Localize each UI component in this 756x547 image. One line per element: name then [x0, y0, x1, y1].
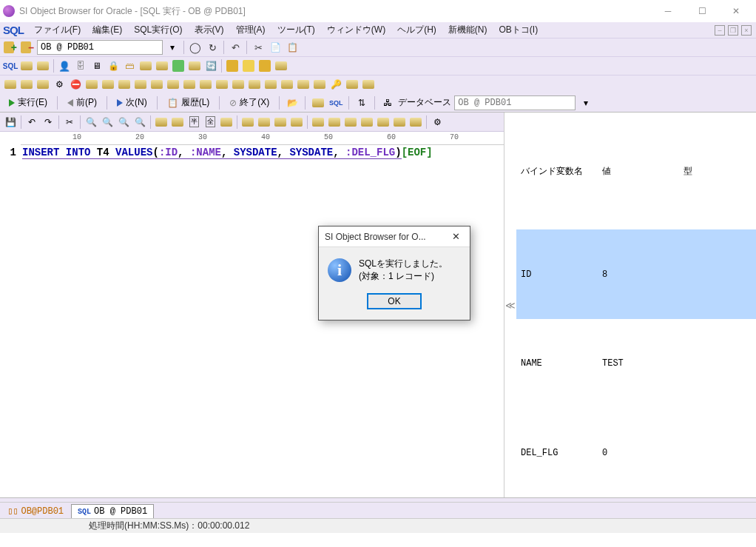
disconnect-db-button[interactable]: – — [20, 40, 35, 55]
minimize-button[interactable]: ─ — [651, 0, 685, 22]
tb3-20[interactable] — [312, 77, 327, 92]
tb3-3[interactable] — [36, 77, 50, 92]
tb3-10[interactable] — [149, 77, 164, 92]
ed-3[interactable]: 半 — [186, 115, 201, 130]
ed-9[interactable] — [289, 115, 304, 130]
ed-15[interactable] — [392, 115, 407, 130]
tb3-6[interactable] — [84, 77, 99, 92]
tb-btn-1[interactable] — [19, 58, 34, 73]
ed-14[interactable] — [376, 115, 391, 130]
user-icon[interactable]: 👤 — [57, 58, 72, 73]
tb3-5[interactable]: ⛔ — [68, 77, 83, 92]
next-button[interactable]: 次(N) — [112, 95, 152, 110]
ed-1[interactable] — [154, 115, 169, 130]
ed-8[interactable] — [273, 115, 288, 130]
tb3-7[interactable] — [101, 77, 115, 92]
find-2[interactable]: 🔍 — [100, 115, 115, 130]
find-1[interactable]: 🔍 — [84, 115, 98, 130]
tb3-21[interactable]: 🔑 — [328, 77, 343, 92]
tb-btn-11[interactable] — [274, 58, 288, 73]
tb3-8[interactable] — [117, 77, 132, 92]
connect-db-button[interactable]: + — [3, 40, 18, 55]
open-folder-button[interactable]: 📂 — [285, 95, 300, 110]
end-button[interactable]: ⊘終了(X) — [225, 95, 274, 110]
ed-7[interactable] — [257, 115, 271, 130]
menu-window[interactable]: ウィンドウ(W) — [321, 22, 391, 38]
ok-button[interactable]: OK — [367, 293, 422, 309]
db-selector[interactable] — [37, 40, 163, 55]
ed-10[interactable] — [311, 115, 325, 130]
server-icon[interactable]: 🖥 — [90, 58, 104, 73]
exec-tb-2[interactable]: SQL — [328, 95, 343, 110]
menu-sqlexec[interactable]: SQL実行(O) — [128, 22, 188, 38]
exec-tb-3[interactable]: ⇅ — [354, 95, 369, 110]
copy-button[interactable]: 📄 — [268, 40, 283, 55]
find-4[interactable]: 🔍 — [132, 115, 147, 130]
tb-btn-9[interactable] — [241, 58, 256, 73]
tb3-12[interactable] — [182, 77, 197, 92]
cut-edit[interactable]: ✂ — [62, 115, 77, 130]
tb3-2[interactable] — [19, 77, 34, 92]
refresh-button[interactable]: ◯ — [188, 40, 203, 55]
menu-new[interactable]: 新機能(N) — [442, 22, 493, 38]
tb3-23[interactable] — [361, 77, 376, 92]
menu-admin[interactable]: 管理(A) — [230, 22, 271, 38]
tb3-15[interactable] — [231, 77, 246, 92]
disk-icon[interactable]: 🗃 — [122, 58, 137, 73]
ed-11[interactable] — [327, 115, 342, 130]
bind-row[interactable]: NAMETEST — [516, 319, 756, 409]
tb3-17[interactable] — [263, 77, 278, 92]
refresh-arrow-button[interactable]: ↻ — [205, 40, 220, 55]
ed-16[interactable] — [408, 115, 423, 130]
sql-editor[interactable]: 1 INSERT INTO T4 VALUES(:ID, :NAME, SYSD… — [0, 145, 504, 497]
tb3-11[interactable] — [166, 77, 180, 92]
db-exec-dropdown[interactable]: ▾ — [578, 95, 593, 110]
tb3-18[interactable] — [280, 77, 294, 92]
bind-row[interactable]: DEL_FLG0 — [516, 408, 756, 497]
menu-obtoko[interactable]: OBトコ(I) — [493, 22, 544, 38]
tb-btn-8[interactable] — [225, 58, 240, 73]
sql-code[interactable]: INSERT INTO T4 VALUES(:ID, :NAME, SYSDAT… — [21, 145, 504, 497]
tb-btn-2[interactable] — [36, 58, 50, 73]
collapse-button[interactable]: ≪ — [504, 113, 516, 497]
tb3-14[interactable] — [215, 77, 229, 92]
ed-5[interactable] — [219, 115, 234, 130]
tb3-19[interactable] — [296, 77, 311, 92]
find-3[interactable]: 🔍 — [116, 115, 131, 130]
tb3-16[interactable] — [247, 77, 262, 92]
ed-12[interactable] — [343, 115, 358, 130]
tb-btn-7[interactable]: 🔄 — [203, 58, 218, 73]
maximize-button[interactable]: ☐ — [685, 0, 719, 22]
tb3-13[interactable] — [198, 77, 213, 92]
menu-file[interactable]: ファイル(F) — [28, 22, 87, 38]
undo-button[interactable]: ↶ — [228, 40, 243, 55]
ed-4[interactable]: 全 — [203, 115, 217, 130]
db-dropdown-button[interactable]: ▾ — [165, 40, 180, 55]
tb-btn-5[interactable] — [171, 58, 186, 73]
bind-row[interactable]: ID8 — [516, 229, 756, 319]
menu-help[interactable]: ヘルプ(H) — [391, 22, 442, 38]
run-button[interactable]: 実行(E) — [4, 95, 52, 110]
tb-btn-4[interactable] — [155, 58, 169, 73]
tb-btn-3[interactable] — [138, 58, 153, 73]
history-button[interactable]: 📋履歴(L) — [163, 95, 215, 110]
cut-button[interactable]: ✂ — [251, 40, 266, 55]
tab-sql-editor[interactable]: SQL OB @ PDB01 — [71, 504, 154, 518]
sql-icon[interactable]: SQL — [3, 58, 18, 73]
ed-2[interactable] — [170, 115, 185, 130]
prev-button[interactable]: 前(P) — [63, 95, 101, 110]
ed-6[interactable] — [240, 115, 255, 130]
db-exec-selector[interactable] — [454, 95, 576, 110]
menu-view[interactable]: 表示(V) — [189, 22, 230, 38]
tb3-4[interactable]: ⚙ — [52, 77, 67, 92]
tb-btn-10[interactable] — [257, 58, 272, 73]
exec-tb-1[interactable] — [311, 95, 325, 110]
gear-edit[interactable]: ⚙ — [430, 115, 445, 130]
lock-icon[interactable]: 🔒 — [106, 58, 121, 73]
tab-connection[interactable]: ▯▯ OB@PDB01 — [1, 504, 70, 518]
db-icon[interactable]: 🗄 — [73, 58, 88, 73]
dialog-close-button[interactable]: ✕ — [448, 229, 464, 245]
undo-edit[interactable]: ↶ — [24, 115, 39, 130]
mdi-controls[interactable]: –❐× — [713, 24, 753, 36]
menu-tools[interactable]: ツール(T) — [271, 22, 321, 38]
